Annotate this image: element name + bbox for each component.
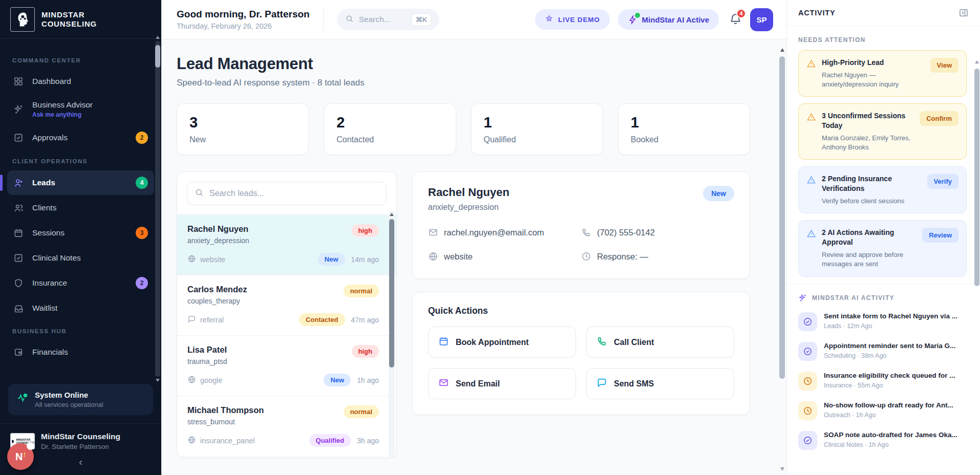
send-sms-button[interactable]: Send SMS (586, 368, 734, 399)
sidebar-scrollbar[interactable] (155, 41, 160, 377)
sidebar-scrollbar-thumb[interactable] (155, 45, 160, 68)
sidebar-item-clinical-notes[interactable]: Clinical Notes (7, 246, 154, 270)
fab-status-dot (27, 442, 34, 450)
app-root: MINDSTAR COUNSELING COMMAND CENTER Dashb… (0, 0, 980, 475)
search-input[interactable] (359, 15, 406, 24)
center-column: Good morning, Dr. Patterson Thursday, Fe… (161, 0, 786, 475)
calendar-icon (438, 336, 449, 349)
sidebar-item-clients[interactable]: Clients (7, 196, 154, 220)
review-button[interactable]: Review (922, 228, 958, 243)
attention-subtitle: Review and approve before messages are s… (822, 250, 917, 269)
status-badge: New (324, 374, 351, 386)
fab-letter: N (15, 451, 23, 463)
system-status-title: System Online (35, 391, 103, 399)
globe-icon (187, 254, 196, 265)
needs-attention-label: NEEDS ATTENTION (798, 36, 967, 44)
clock-icon (581, 251, 591, 262)
sidebar-item-dashboard[interactable]: Dashboard (7, 70, 154, 93)
ai-activity-item[interactable]: Sent intake form to Rachel Nguyen via ..… (798, 312, 967, 331)
lead-topic: trauma_ptsd (187, 357, 227, 365)
header-actions: LIVE DEMO MindStar AI Active 4 SP (535, 8, 773, 31)
nav-section-command-center: COMMAND CENTER (12, 57, 150, 63)
clock-icon (798, 372, 817, 391)
book-appointment-button[interactable]: Book Appointment (428, 327, 576, 358)
stat-card-new: 3 New (177, 103, 309, 155)
stat-label: Contacted (336, 135, 443, 144)
quick-actions-card: Quick Actions Book Appointment Call Clie… (412, 292, 750, 415)
profile-org: MindStar Counseling (41, 432, 120, 441)
notifications-button[interactable]: 4 (729, 12, 742, 27)
notification-fab[interactable]: N! (7, 443, 34, 470)
status-badge: Contacted (299, 313, 345, 326)
attention-title: High-Priority Lead (822, 58, 925, 68)
stat-card-booked: 1 Booked (618, 103, 750, 155)
lead-topic: stress_burnout (187, 418, 264, 426)
lead-topic: couples_therapy (187, 297, 247, 305)
lead-row-carlos-mendez[interactable]: Carlos Mendez couples_therapy normal ref… (177, 275, 396, 335)
lead-row-lisa-patel[interactable]: Lisa Patel trauma_ptsd high google New1h… (177, 335, 396, 396)
sidebar-item-insurance[interactable]: Insurance 2 (7, 271, 154, 295)
sidebar-item-leads[interactable]: Leads 4 (7, 170, 154, 195)
lead-detail-column: Rachel Nguyen anxiety_depression New rac… (412, 171, 750, 415)
panel-collapse-icon[interactable] (958, 8, 969, 18)
sidebar-item-label: Waitlist (32, 304, 57, 313)
attention-subtitle: Maria Gonzalez, Emily Torres, Anthony Br… (822, 134, 914, 152)
main-scrollbar-thumb[interactable] (779, 56, 785, 379)
global-search[interactable]: ⌘K (337, 9, 439, 30)
sidebar-item-sessions[interactable]: Sessions 3 (7, 221, 154, 245)
verify-button[interactable]: Verify (927, 174, 958, 189)
lead-list-scrollbar-thumb[interactable] (389, 219, 394, 368)
attention-card-high-priority-lead: High-Priority Lead Rachel Nguyen — anxie… (798, 50, 967, 97)
ai-item-meta: Scheduling · 38m Ago (824, 352, 955, 359)
activity-scrollbar[interactable] (974, 33, 979, 475)
ai-activity-item[interactable]: Appointment reminder sent to Maria G... … (798, 342, 967, 361)
lead-time: 1h ago (357, 376, 379, 384)
lead-list-panel: Rachel Nguyen anxiety_depression high we… (177, 171, 397, 458)
detail-email: rachel.nguyen@email.com (428, 227, 581, 238)
warning-triangle-icon (806, 175, 816, 187)
sidebar-item-waitlist[interactable]: Waitlist (7, 296, 154, 320)
lead-list-scrollbar[interactable] (389, 211, 395, 458)
ai-item-meta: Clinical Notes · 1h Ago (824, 441, 957, 448)
call-client-button[interactable]: Call Client (586, 327, 734, 358)
check-circle-icon (798, 342, 817, 361)
greeting-block: Good morning, Dr. Patterson Thursday, Fe… (177, 9, 310, 30)
shield-icon (13, 277, 25, 289)
system-status-card: System Online All services operational (8, 384, 153, 415)
sidebar-item-label: Clinical Notes (32, 253, 81, 263)
sidebar-item-label: Dashboard (32, 77, 71, 86)
ai-status-button[interactable]: MindStar AI Active (618, 9, 719, 30)
sidebar-item-approvals[interactable]: Approvals 2 (7, 125, 154, 150)
lead-topic: anxiety_depression (187, 236, 249, 245)
view-button[interactable]: View (930, 58, 958, 73)
sidebar-item-label: Financials (32, 348, 68, 357)
ai-activity-item[interactable]: No-show follow-up draft ready for Ant...… (798, 401, 967, 420)
search-shortcut-badge: ⌘K (411, 13, 432, 26)
sidebar-item-business-advisor[interactable]: Business Advisor Ask me anything (7, 94, 154, 124)
activity-scrollbar-thumb[interactable] (974, 69, 979, 286)
confirm-button[interactable]: Confirm (920, 111, 958, 126)
ai-online-dot (635, 13, 640, 18)
chevron-left-icon (77, 459, 85, 469)
system-status-subtitle: All services operational (35, 401, 103, 408)
stat-label: Booked (631, 135, 737, 144)
lead-row-rachel-nguyen[interactable]: Rachel Nguyen anxiety_depression high we… (177, 214, 396, 275)
user-plus-icon (13, 177, 25, 188)
attention-card-insurance-verifications: 2 Pending Insurance Verifications Verify… (798, 166, 967, 213)
main-scrollbar[interactable] (779, 43, 785, 475)
user-avatar[interactable]: SP (750, 8, 773, 31)
lead-row-michael-thompson[interactable]: Michael Thompson stress_burnout normal i… (177, 396, 396, 456)
lead-search-input[interactable] (209, 189, 379, 198)
lead-row-jasmine-brooks[interactable]: Jasmine Brooks individual_therapy normal (177, 456, 396, 458)
sidebar-item-financials[interactable]: Financials (7, 340, 154, 364)
main-content: Lead Management Speed-to-lead AI respons… (161, 39, 786, 475)
sidebar-item-label: Insurance (32, 278, 67, 288)
live-demo-button[interactable]: LIVE DEMO (535, 9, 609, 30)
ai-activity-item[interactable]: SOAP note auto-drafted for James Oka... … (798, 431, 967, 450)
lead-source: google (200, 376, 223, 384)
lead-search[interactable] (187, 182, 387, 205)
ai-activity-item[interactable]: Insurance eligibility check queued for .… (798, 372, 967, 391)
ai-item-title: Sent intake form to Rachel Nguyen via ..… (824, 312, 957, 320)
sidebar-item-label: Leads (32, 178, 55, 187)
send-email-button[interactable]: Send Email (428, 368, 576, 399)
